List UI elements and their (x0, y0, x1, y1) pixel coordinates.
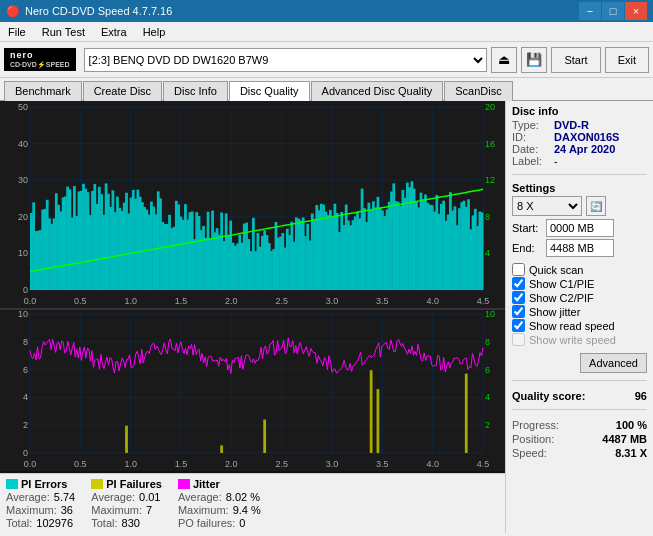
divider-3 (512, 409, 647, 410)
show-jitter-checkbox[interactable] (512, 305, 525, 318)
pi-total-label: Total: (6, 517, 32, 529)
pi-errors-stats: PI Errors Average: 5.74 Maximum: 36 Tota… (6, 478, 75, 529)
jitter-max-label: Maximum: (178, 504, 229, 516)
speed-value: 8.31 X (615, 447, 647, 459)
progress-value: 100 % (616, 419, 647, 431)
quality-score-value: 96 (635, 390, 647, 402)
menu-help[interactable]: Help (135, 24, 174, 40)
jitter-header: Jitter (193, 478, 220, 490)
bottom-chart (0, 310, 505, 471)
exit-button[interactable]: Exit (605, 47, 649, 73)
main-content: PI Errors Average: 5.74 Maximum: 36 Tota… (0, 101, 653, 533)
show-c2-pif-label: Show C2/PIF (529, 292, 594, 304)
app-icon: 🔴 (6, 5, 20, 18)
pi-max-value: 36 (61, 504, 73, 516)
disc-label-value: - (554, 155, 558, 167)
show-c1-pie-label: Show C1/PIE (529, 278, 594, 290)
tab-benchmark[interactable]: Benchmark (4, 81, 82, 101)
show-jitter-label: Show jitter (529, 306, 580, 318)
menu-bar: File Run Test Extra Help (0, 22, 653, 42)
progress-label: Progress: (512, 419, 559, 431)
quick-scan-checkbox[interactable] (512, 263, 525, 276)
drive-selector[interactable]: [2:3] BENQ DVD DD DW1620 B7W9 (84, 48, 488, 72)
show-c2-pif-checkbox[interactable] (512, 291, 525, 304)
date-value: 24 Apr 2020 (554, 143, 615, 155)
start-field-label: Start: (512, 222, 542, 234)
refresh-button[interactable]: 🔄 (586, 196, 606, 216)
pif-total-label: Total: (91, 517, 117, 529)
pi-total-value: 102976 (36, 517, 73, 529)
show-c1-pie-checkbox[interactable] (512, 277, 525, 290)
speed-label: Speed: (512, 447, 547, 459)
close-button[interactable]: × (625, 2, 647, 20)
date-label: Date: (512, 143, 550, 155)
jitter-color (178, 479, 190, 489)
menu-extra[interactable]: Extra (93, 24, 135, 40)
disc-info-section: Disc info Type: DVD-R ID: DAXON016S Date… (512, 105, 647, 167)
tab-bar: Benchmark Create Disc Disc Info Disc Qua… (0, 78, 653, 101)
start-field[interactable] (546, 219, 614, 237)
id-value: DAXON016S (554, 131, 619, 143)
po-failures-value: 0 (239, 517, 245, 529)
title-bar: 🔴 Nero CD-DVD Speed 4.7.7.16 − □ × (0, 0, 653, 22)
tab-advanced-disc-quality[interactable]: Advanced Disc Quality (311, 81, 444, 101)
pi-failures-stats: PI Failures Average: 0.01 Maximum: 7 Tot… (91, 478, 162, 529)
progress-section: Progress: 100 % Position: 4487 MB Speed:… (512, 419, 647, 459)
top-chart (0, 101, 505, 308)
show-read-speed-checkbox[interactable] (512, 319, 525, 332)
settings-title: Settings (512, 182, 647, 194)
show-write-speed-label: Show write speed (529, 334, 616, 346)
menu-run-test[interactable]: Run Test (34, 24, 93, 40)
divider-1 (512, 174, 647, 175)
pif-avg-value: 0.01 (139, 491, 160, 503)
pi-avg-label: Average: (6, 491, 50, 503)
pi-avg-value: 5.74 (54, 491, 75, 503)
pif-avg-label: Average: (91, 491, 135, 503)
pi-failures-header: PI Failures (106, 478, 162, 490)
minimize-button[interactable]: − (579, 2, 601, 20)
divider-2 (512, 380, 647, 381)
nero-logo: nero CD·DVD⚡SPEED (4, 48, 76, 71)
disc-label-label: Label: (512, 155, 550, 167)
window-controls: − □ × (579, 2, 647, 20)
right-panel: Disc info Type: DVD-R ID: DAXON016S Date… (505, 101, 653, 533)
speed-selector[interactable]: 8 X (512, 196, 582, 216)
menu-file[interactable]: File (0, 24, 34, 40)
eject-button[interactable]: ⏏ (491, 47, 517, 73)
tab-scan-disc[interactable]: ScanDisc (444, 81, 512, 101)
show-read-speed-label: Show read speed (529, 320, 615, 332)
jitter-stats: Jitter Average: 8.02 % Maximum: 9.4 % PO… (178, 478, 261, 529)
quality-score-label: Quality score: (512, 390, 585, 402)
pi-errors-color (6, 479, 18, 489)
position-label: Position: (512, 433, 554, 445)
tab-disc-quality[interactable]: Disc Quality (229, 81, 310, 101)
end-field[interactable] (546, 239, 614, 257)
id-label: ID: (512, 131, 550, 143)
po-failures-label: PO failures: (178, 517, 235, 529)
pif-max-label: Maximum: (91, 504, 142, 516)
type-value: DVD-R (554, 119, 589, 131)
app-title: Nero CD-DVD Speed 4.7.7.16 (25, 5, 172, 17)
advanced-button[interactable]: Advanced (580, 353, 647, 373)
save-button[interactable]: 💾 (521, 47, 547, 73)
start-button[interactable]: Start (551, 47, 600, 73)
tab-disc-info[interactable]: Disc Info (163, 81, 228, 101)
show-write-speed-checkbox[interactable] (512, 333, 525, 346)
toolbar: nero CD·DVD⚡SPEED [2:3] BENQ DVD DD DW16… (0, 42, 653, 78)
checkboxes-section: Quick scan Show C1/PIE Show C2/PIF Show … (512, 263, 647, 347)
type-label: Type: (512, 119, 550, 131)
end-field-label: End: (512, 242, 542, 254)
jitter-max-value: 9.4 % (233, 504, 261, 516)
pi-errors-header: PI Errors (21, 478, 67, 490)
quick-scan-label: Quick scan (529, 264, 583, 276)
maximize-button[interactable]: □ (602, 2, 624, 20)
settings-section: Settings 8 X 🔄 Start: End: (512, 182, 647, 259)
tab-create-disc[interactable]: Create Disc (83, 81, 162, 101)
pif-max-value: 7 (146, 504, 152, 516)
jitter-avg-value: 8.02 % (226, 491, 260, 503)
chart-section: PI Errors Average: 5.74 Maximum: 36 Tota… (0, 101, 505, 533)
position-value: 4487 MB (602, 433, 647, 445)
pi-failures-color (91, 479, 103, 489)
disc-info-title: Disc info (512, 105, 647, 117)
pi-max-label: Maximum: (6, 504, 57, 516)
